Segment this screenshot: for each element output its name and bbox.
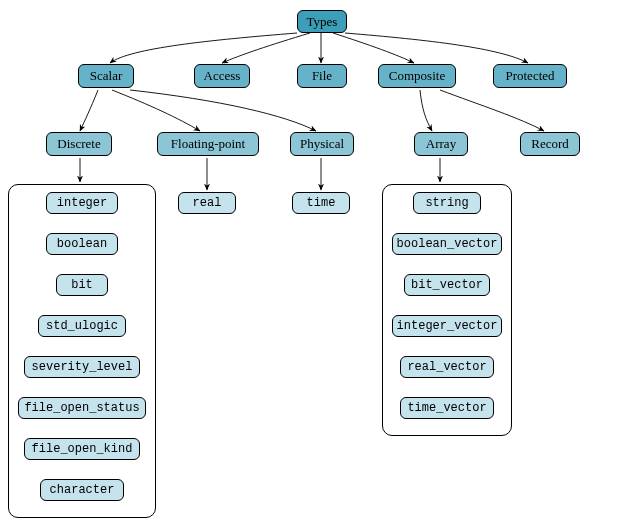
leaf-std-ulogic: std_ulogic [38, 315, 126, 337]
cat-scalar: Scalar [78, 64, 134, 88]
leaf-character: character [40, 479, 124, 501]
root-node: Types [297, 10, 347, 33]
leaf-file-open-kind: file_open_kind [24, 438, 140, 460]
sub-array: Array [414, 132, 468, 156]
leaf-severity-level: severity_level [24, 356, 140, 378]
leaf-real-vector: real_vector [400, 356, 494, 378]
sub-floating: Floating-point [157, 132, 259, 156]
leaf-bit-vector: bit_vector [404, 274, 490, 296]
leaf-string: string [413, 192, 481, 214]
leaf-boolean-vector: boolean_vector [392, 233, 502, 255]
leaf-bit: bit [56, 274, 108, 296]
leaf-file-open-status: file_open_status [18, 397, 146, 419]
leaf-time: time [292, 192, 350, 214]
sub-record: Record [520, 132, 580, 156]
leaf-integer: integer [46, 192, 118, 214]
cat-file: File [297, 64, 347, 88]
sub-discrete: Discrete [46, 132, 112, 156]
cat-composite: Composite [378, 64, 456, 88]
cat-access: Access [194, 64, 250, 88]
sub-physical: Physical [290, 132, 354, 156]
leaf-real: real [178, 192, 236, 214]
leaf-time-vector: time_vector [400, 397, 494, 419]
cat-protected: Protected [493, 64, 567, 88]
leaf-boolean: boolean [46, 233, 118, 255]
leaf-integer-vector: integer_vector [392, 315, 502, 337]
